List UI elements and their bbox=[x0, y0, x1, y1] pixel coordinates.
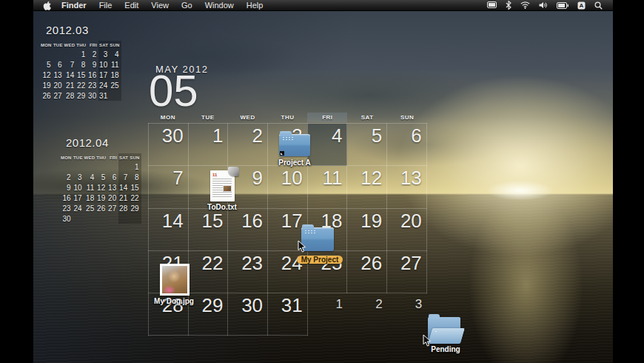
date-cell bbox=[61, 161, 73, 172]
mouse-cursor bbox=[298, 241, 306, 253]
date-cell: 13 bbox=[53, 70, 64, 80]
date-cell: 30 bbox=[61, 213, 73, 224]
menu-window[interactable]: Window bbox=[205, 0, 234, 11]
icon-label-my-dog[interactable]: My Dog.jpg bbox=[144, 297, 204, 305]
day-header: MON bbox=[148, 113, 188, 122]
date-cell bbox=[73, 161, 84, 172]
date-cell: 30 bbox=[228, 293, 268, 336]
date-cell: 26 bbox=[96, 203, 107, 213]
spotlight-icon[interactable] bbox=[594, 1, 603, 10]
volume-icon[interactable] bbox=[539, 1, 548, 9]
date-cell: 2 bbox=[228, 124, 268, 166]
date-cell: 29 bbox=[76, 90, 87, 101]
date-cell: 31 bbox=[268, 293, 308, 336]
input-source-icon[interactable]: A bbox=[577, 1, 586, 10]
date-cell: 22 bbox=[76, 80, 87, 90]
day-header: SAT bbox=[347, 113, 387, 122]
mini-calendar-april: 2012.04 MONTUEWEDTHUFRISATSUN 1 2345678 … bbox=[61, 136, 141, 224]
date-cell: 13 bbox=[387, 166, 427, 208]
menu-finder[interactable]: Finder bbox=[61, 0, 87, 11]
date-cell: 28 bbox=[64, 90, 77, 101]
date-cell: 26 bbox=[347, 250, 387, 293]
date-cell: 19 bbox=[347, 208, 387, 250]
folder-icon-project-a[interactable] bbox=[279, 134, 310, 156]
date-cell: 4 bbox=[110, 49, 121, 59]
date-cell: 13 bbox=[107, 182, 118, 193]
date-cell bbox=[130, 213, 141, 224]
date-cell: 23 bbox=[61, 203, 73, 213]
document-icon-todo[interactable]: 11 bbox=[210, 170, 235, 202]
apple-menu[interactable] bbox=[43, 1, 51, 10]
display-icon[interactable] bbox=[487, 1, 497, 9]
mini-calendar-grid: MONTUEWEDTHUFRISATSUN 1234 567891011 121… bbox=[41, 41, 121, 101]
image-icon-my-dog[interactable] bbox=[160, 264, 189, 296]
date-cell: 14 bbox=[118, 182, 130, 193]
day-header: FRI bbox=[107, 153, 118, 161]
date-cell: 6 bbox=[387, 124, 427, 166]
date-cell-next-month: 1 bbox=[307, 293, 347, 336]
date-cell bbox=[64, 49, 77, 59]
date-cell: 6 bbox=[53, 59, 64, 70]
date-cell: 18 bbox=[110, 70, 121, 80]
wifi-icon[interactable] bbox=[520, 1, 530, 9]
date-cell: 25 bbox=[110, 80, 121, 90]
mini-calendar-title: 2012.04 bbox=[66, 136, 141, 149]
date-cell: 4 bbox=[84, 172, 97, 182]
date-cell: 12 bbox=[41, 70, 53, 80]
day-header: SUN bbox=[110, 41, 121, 49]
day-header: WED bbox=[64, 41, 77, 49]
date-cell: 5 bbox=[96, 172, 107, 182]
date-cell: 10 bbox=[98, 59, 110, 70]
date-cell bbox=[53, 49, 64, 59]
date-cell: 19 bbox=[96, 193, 107, 203]
icon-label-todo[interactable]: ToDo.txt bbox=[194, 203, 250, 211]
date-cell: 1 bbox=[188, 124, 228, 166]
date-cell: 21 bbox=[118, 193, 130, 203]
menu-edit[interactable]: Edit bbox=[124, 0, 138, 11]
menu-help[interactable]: Help bbox=[246, 0, 264, 11]
bluetooth-icon[interactable] bbox=[506, 1, 511, 10]
page-curl bbox=[228, 167, 239, 176]
date-cell: 8 bbox=[76, 59, 87, 70]
day-header: TUE bbox=[188, 113, 228, 122]
day-header: SAT bbox=[98, 41, 110, 49]
date-cell: 31 bbox=[98, 90, 110, 101]
day-header: SAT bbox=[118, 153, 130, 161]
desktop-screenshot: Finder File Edit View Go Window Help bbox=[0, 0, 644, 363]
date-cell: 17 bbox=[98, 70, 110, 80]
svg-text:A: A bbox=[580, 2, 584, 9]
day-header: SUN bbox=[387, 113, 427, 122]
date-cell: 29 bbox=[130, 203, 141, 213]
date-cell: 27 bbox=[53, 90, 64, 101]
menu-file[interactable]: File bbox=[99, 0, 113, 11]
date-cell: 23 bbox=[228, 250, 268, 293]
day-header: TUE bbox=[73, 153, 84, 161]
icon-label-my-project[interactable]: My Project bbox=[297, 256, 343, 264]
date-cell: 10 bbox=[73, 182, 84, 193]
date-cell: 24 bbox=[73, 203, 84, 213]
date-cell: 30 bbox=[149, 124, 189, 166]
date-cell: 14 bbox=[64, 70, 77, 80]
menu-go[interactable]: Go bbox=[181, 0, 192, 11]
date-cell bbox=[118, 213, 130, 224]
date-cell: 9 bbox=[61, 182, 73, 193]
day-header: FRI bbox=[87, 41, 98, 49]
open-folder-icon-pending[interactable] bbox=[428, 314, 463, 344]
date-cell: 9 bbox=[87, 59, 98, 70]
date-cell bbox=[41, 49, 53, 59]
menu-view[interactable]: View bbox=[151, 0, 169, 11]
date-cell: 27 bbox=[107, 203, 118, 213]
battery-icon[interactable] bbox=[557, 2, 568, 9]
date-cell: 22 bbox=[130, 193, 141, 203]
date-cell bbox=[96, 161, 107, 172]
date-cell: 12 bbox=[96, 182, 107, 193]
mini-calendar-title: 2012.03 bbox=[46, 24, 121, 36]
icon-label-project-a[interactable]: Project A bbox=[265, 159, 324, 167]
date-cell bbox=[107, 161, 118, 172]
date-cell: 16 bbox=[87, 70, 98, 80]
date-cell: 11 bbox=[307, 166, 347, 208]
date-cell: 1 bbox=[130, 161, 141, 172]
date-cell: 1 bbox=[76, 49, 87, 59]
date-cell: 12 bbox=[347, 166, 387, 208]
date-cell: 5 bbox=[347, 124, 387, 166]
